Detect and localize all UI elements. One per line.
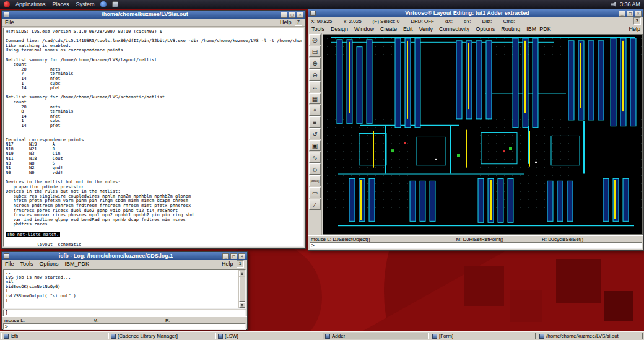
menu-file[interactable]: File [5,19,14,25]
browser-launcher-icon[interactable] [100,1,107,7]
status-field-3: DRD: OFF [411,19,434,24]
task-label: /home/chome/kuzmee/LVS/si.out [546,333,619,339]
maximize-button[interactable]: □ [289,12,295,18]
task-label: [Cadence Library Manager] [118,333,178,339]
fit-view-icon: ◎ [312,37,318,43]
instance-button[interactable]: ▣ [309,140,321,151]
move-button[interactable]: ⌖ [309,105,321,116]
taskbar: icfb[Cadence Library Manager][LSW]Adder[… [0,331,644,340]
log-prompt[interactable]: > [3,323,246,330]
window-menu-icon[interactable] [4,253,9,259]
path-button[interactable]: ∿ [309,152,321,163]
task-item-3[interactable]: Adder [323,333,429,339]
close-button[interactable]: × [238,253,245,259]
virtuoso-statusbar: X: 90.825Y: 2.025(F) Select: 0DRD: OFFdX… [308,17,643,25]
polygon-button[interactable]: ◇ [309,163,321,175]
virtuoso-prompt[interactable]: > [310,242,642,249]
terminal-launcher-icon[interactable] [112,1,118,7]
menu-help[interactable]: Help [280,19,292,25]
menu-help[interactable]: Help [629,26,640,32]
minimize-button[interactable]: _ [281,12,287,18]
save-button[interactable]: ▤ [309,46,321,57]
menu-connectivity[interactable]: Connectivity [439,26,469,32]
menu-window[interactable]: Window [354,26,374,32]
menu-help[interactable]: Help [222,261,233,267]
scroll-up-icon[interactable] [239,271,245,276]
window-icon [325,334,330,339]
log-titlebar[interactable]: icfb - Log: /home/chome/kuzmee/CDS.log.1… [2,252,247,260]
window-icon [432,334,437,339]
menu-tools[interactable]: Tools [311,26,324,32]
menu-edit[interactable]: Edit [403,26,413,32]
move-icon: ⌖ [313,107,317,114]
siout-window: /home/chome/kuzmee/LVS/si.out _□× File H… [1,10,306,249]
window-icon [111,334,116,339]
fit-view-button[interactable]: ◎ [309,34,321,45]
task-item-2[interactable]: [LSW] [215,333,321,339]
zoom-in-button[interactable]: ⊕ [309,58,321,69]
zoom-out-button[interactable]: ⊖ [309,69,321,81]
zoom-in-icon: ⊕ [312,60,317,67]
volume-icon[interactable] [611,2,616,7]
virtuoso-body: ◎▤⊕⊖↔▦⌖≡↺▣∿◇[abcd]▭∕ [308,33,643,235]
maximize-button[interactable]: □ [627,11,633,17]
status-field-2: (F) Select: 0 [373,19,400,24]
menu-create[interactable]: Create [380,26,397,32]
mouse-binding-right: R: [165,318,245,323]
panel-menu-places[interactable]: Places [53,1,69,7]
window-menu-icon[interactable] [310,11,316,16]
redhat-menu-icon[interactable] [4,1,10,7]
log-scrollbar[interactable] [238,270,245,308]
log-input-line[interactable]: ] [3,310,246,316]
layout-canvas-svg [323,35,642,234]
menu-verify[interactable]: Verify [419,26,433,32]
task-item-4[interactable]: [Form] [430,333,536,339]
stretch-button[interactable]: ↔ [309,81,321,92]
menu-design[interactable]: Design [331,26,348,32]
siout-content[interactable]: @(#)$CDS: LVS.exe version 5.1.0 06/28/20… [3,28,304,247]
menu-routing[interactable]: Routing [501,26,520,32]
minimize-button[interactable]: _ [222,253,229,259]
task-label: icfb [11,333,18,339]
minimize-button[interactable]: _ [619,11,625,17]
maximize-button[interactable]: □ [230,253,237,259]
window-menu-icon[interactable] [4,12,9,17]
status-field-0: X: 90.825 [311,19,332,24]
window-icon [4,334,9,339]
log-window-title: icfb - Log: /home/chome/kuzmee/CDS.log.1 [11,252,220,260]
status-field-5: dY: [464,19,471,24]
menu-file[interactable]: File [5,261,14,267]
task-item-0[interactable]: icfb [1,333,107,339]
menu-tools[interactable]: Tools [20,261,33,267]
log-window-number: 1 [237,260,244,268]
clock[interactable]: 3:36 AM [620,1,640,7]
menu-options[interactable]: Options [476,26,495,32]
menu-options[interactable]: Options [40,261,59,267]
save-icon: ▤ [312,48,318,55]
window-icon [218,334,223,339]
close-button[interactable]: × [297,12,303,18]
menu-ibm_pdk[interactable]: IBM_PDK [65,261,90,267]
task-item-5[interactable]: /home/chome/kuzmee/LVS/si.out [537,333,643,339]
scrollbar-thumb[interactable] [239,277,245,302]
status-field-7: Cmd: [503,19,515,24]
log-output[interactable]: .. LVS job is now started... nil bidBoxO… [3,269,246,309]
task-item-1[interactable]: [Cadence Library Manager] [108,333,214,339]
ruler-button[interactable]: ∕ [309,199,321,210]
panel-menu-system[interactable]: System [76,1,95,7]
close-button[interactable]: × [635,11,642,17]
rectangle-button[interactable]: ▭ [309,187,321,198]
virtuoso-menubar-items: ToolsDesignWindowCreateEditVerifyConnect… [311,26,551,32]
virtuoso-titlebar[interactable]: Virtuoso® Layout Editing: tut1 Adder ext… [308,9,643,17]
label-button[interactable]: [abcd] [309,175,321,186]
layout-canvas[interactable] [323,34,643,235]
virtuoso-mousebar: mouse L: DJSelectObject() M: DJHiSetRefP… [308,235,643,242]
siout-titlebar[interactable]: /home/chome/kuzmee/LVS/si.out _□× [2,11,305,19]
properties-button[interactable]: ≡ [309,116,321,128]
properties-icon: ≡ [313,119,317,126]
menu-ibm_pdk[interactable]: IBM_PDK [526,26,551,32]
panel-menu-applications[interactable]: Applications [15,1,46,7]
scroll-down-icon[interactable] [239,302,245,308]
copy-button[interactable]: ▦ [309,93,321,104]
undo-button[interactable]: ↺ [309,128,321,139]
